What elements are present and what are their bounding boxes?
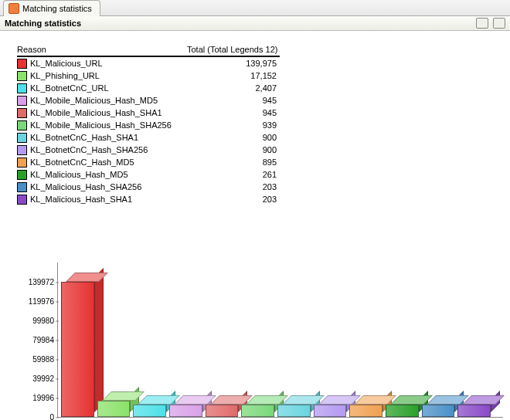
legend-swatch: [17, 83, 27, 93]
legend-name: KL_BotnetCnC_Hash_SHA256: [30, 145, 230, 154]
legend-row: KL_BotnetCnC_Hash_SHA256900: [17, 144, 280, 156]
y-tick: 139972: [15, 278, 54, 286]
y-tick: 19996: [15, 394, 54, 402]
y-tick: 39992: [15, 374, 54, 383]
legend-table: Reason Total (Total Legends 12) KL_Malic…: [17, 45, 280, 205]
legend-value: 203: [230, 195, 280, 204]
legend-row: KL_Mobile_Malicious_Hash_SHA1945: [17, 107, 280, 119]
legend-name: KL_Mobile_Malicious_Hash_SHA1: [30, 108, 230, 117]
legend-row: KL_Malicious_Hash_SHA256203: [17, 181, 280, 193]
legend-swatch: [17, 59, 27, 69]
legend-swatch: [17, 108, 27, 118]
content-area: Reason Total (Total Legends 12) KL_Malic…: [0, 31, 510, 420]
legend-value: 261: [230, 170, 280, 179]
legend-row: KL_Phishing_URL17,152: [17, 69, 280, 82]
tab-strip: Matching statistics: [0, 0, 510, 16]
y-tick: 59988: [15, 355, 54, 364]
legend-swatch: [17, 120, 27, 130]
legend-name: KL_Phishing_URL: [30, 71, 230, 80]
legend-name: KL_Mobile_Malicious_Hash_SHA256: [30, 120, 230, 130]
legend-swatch: [17, 170, 27, 180]
legend-value: 900: [230, 133, 280, 142]
legend-row: KL_BotnetCnC_Hash_SHA1900: [17, 131, 280, 144]
legend-header-row: Reason Total (Total Legends 12): [17, 45, 280, 57]
bar: [457, 395, 500, 417]
legend-swatch: [17, 182, 27, 192]
legend-name: KL_Malicious_Hash_SHA256: [30, 182, 230, 191]
legend-value: 2,407: [230, 83, 280, 93]
legend-value: 139,975: [230, 59, 280, 68]
legend-value: 203: [230, 182, 280, 191]
legend-row: KL_Malicious_Hash_SHA1203: [17, 193, 280, 205]
legend-name: KL_BotnetCnC_Hash_SHA1: [30, 133, 230, 142]
legend-row: KL_Mobile_Malicious_Hash_MD5945: [17, 94, 280, 107]
y-tick: 0: [15, 413, 54, 421]
legend-row: KL_Malicious_URL139,975: [17, 57, 280, 69]
legend-col-reason: Reason: [17, 45, 187, 54]
legend-swatch: [17, 145, 27, 155]
legend-value: 895: [230, 158, 280, 167]
legend-value: 939: [230, 120, 280, 130]
chart-icon: [8, 3, 19, 14]
legend-row: KL_Malicious_Hash_MD5261: [17, 168, 280, 181]
plot-area: [57, 262, 503, 418]
legend-swatch: [17, 195, 27, 205]
legend-row: KL_BotnetCnC_URL2,407: [17, 82, 280, 94]
tab-label: Matching statistics: [22, 4, 92, 13]
legend-name: KL_Malicious_URL: [30, 59, 230, 68]
legend-swatch: [17, 71, 27, 81]
panel-title: Matching statistics: [5, 19, 81, 28]
legend-value: 945: [230, 108, 280, 117]
legend-value: 945: [230, 96, 280, 105]
y-axis: 01999639992599887998499980119976139972: [15, 262, 54, 417]
y-tick: 79984: [15, 336, 54, 344]
y-tick: 119976: [15, 297, 54, 306]
legend-name: KL_BotnetCnC_Hash_MD5: [30, 158, 230, 167]
legend-row: KL_BotnetCnC_Hash_MD5895: [17, 156, 280, 168]
menu-icon[interactable]: [493, 18, 505, 29]
y-tick: 99980: [15, 317, 54, 325]
legend-row: KL_Mobile_Malicious_Hash_SHA256939: [17, 119, 280, 131]
legend-value: 900: [230, 145, 280, 154]
legend-swatch: [17, 133, 27, 143]
bar-chart: 01999639992599887998499980119976139972: [15, 262, 502, 420]
legend-name: KL_Malicious_Hash_MD5: [30, 170, 230, 179]
legend-name: KL_Mobile_Malicious_Hash_MD5: [30, 96, 230, 105]
legend-swatch: [17, 158, 27, 168]
restore-icon[interactable]: [476, 18, 488, 29]
legend-name: KL_BotnetCnC_URL: [30, 83, 230, 93]
legend-value: 17,152: [230, 71, 280, 80]
legend-col-total: Total (Total Legends 12): [187, 45, 280, 54]
tab-matching-statistics[interactable]: Matching statistics: [3, 0, 100, 16]
panel-header: Matching statistics: [0, 16, 510, 31]
legend-name: KL_Malicious_Hash_SHA1: [30, 195, 230, 204]
legend-swatch: [17, 96, 27, 106]
